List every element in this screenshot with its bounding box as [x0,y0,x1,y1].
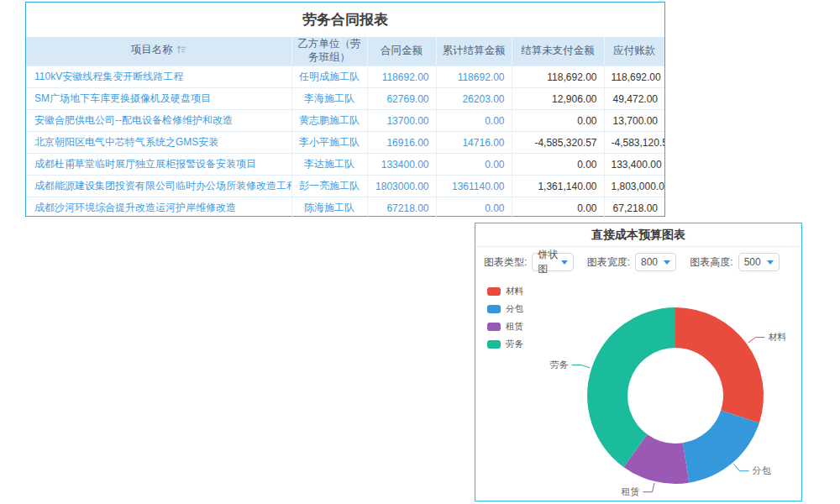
column-header-settled-amount: 累计结算金额 [436,37,512,66]
cell-team: 黄志鹏施工队 [291,110,367,132]
legend-swatch [487,287,501,296]
table-row[interactable]: 成都沙河环境综合提升改造运河护岸维修改造陈海施工队67218.000.000.0… [26,197,664,219]
chevron-down-icon [767,260,774,265]
cell-settled-amount: 0.00 [436,154,512,176]
cell-unpaid-amount: 0.00 [512,197,604,219]
legend-label: 租赁 [506,321,523,333]
chart-type-value: 饼状图 [538,248,560,276]
report-table-head: 项目名称 乙方单位（劳务班组） 合同金额 累计结算金额 结算未支付金额 应付账款 [26,37,664,66]
cell-payable: -4,583,120.57 [604,132,664,154]
cell-team: 彭一亮施工队 [291,176,367,197]
table-row[interactable]: SM广场地下车库更换摄像机及硬盘项目李海施工队62769.0026203.001… [26,88,664,110]
report-table-body: 110kV安徽线程集变开断线路工程任明成施工队118692.00118692.0… [26,66,664,219]
column-header-contract-amount: 合同金额 [367,37,436,66]
slice-label: 劳务 [550,360,569,370]
legend-swatch [487,323,501,331]
page: { "report": { "title": "劳务合同报表", "column… [0,0,840,504]
header-row: 项目名称 乙方单位（劳务班组） 合同金额 累计结算金额 结算未支付金额 应付账款 [26,37,664,66]
cell-contract-amount: 67218.00 [367,197,436,219]
legend-item-材料[interactable]: 材料 [487,286,523,297]
cell-payable: 67,218.00 [604,197,664,219]
legend-label: 分包 [506,303,523,315]
cell-payable: 118,692.00 [604,66,664,88]
chart-width-select[interactable]: 800 [635,253,676,271]
cell-project-name[interactable]: 110kV安徽线程集变开断线路工程 [26,66,291,88]
cell-unpaid-amount: 1,361,140.00 [512,176,604,197]
cell-settled-amount: 26203.00 [436,88,512,110]
chevron-down-icon [664,260,670,265]
chevron-down-icon [561,260,568,265]
label-leader-line [572,365,590,368]
chart-width-label: 图表宽度: [587,255,630,270]
table-row[interactable]: 成都能源建设集团投资有限公司临时办公场所装修改造工程EPC彭一亮施工队18030… [26,176,664,197]
cell-team: 李达施工队 [291,154,367,176]
table-row[interactable]: 北京朝阳区电气中芯特气系统之GMS安装李小平施工队16916.0014716.0… [26,132,664,154]
cell-contract-amount: 16916.00 [367,132,436,154]
chart-type-select[interactable]: 饼状图 [532,253,573,271]
chart-height-label: 图表高度: [690,255,732,270]
cell-settled-amount: 0.00 [436,110,512,132]
cell-unpaid-amount: -4,585,320.57 [512,132,604,154]
legend-swatch [487,340,501,349]
slice-label: 分包 [753,465,772,475]
cell-project-name[interactable]: 北京朝阳区电气中芯特气系统之GMS安装 [26,132,291,154]
column-header-unpaid-amount: 结算未支付金额 [512,37,604,66]
report-title: 劳务合同报表 [26,3,664,37]
column-header-payable: 应付账款 [604,37,664,66]
legend-item-分包[interactable]: 分包 [487,303,523,315]
cell-project-name[interactable]: 安徽合肥供电公司--配电设备检修维护和改造 [26,110,291,132]
cell-team: 任明成施工队 [291,66,367,88]
chart-area: 材料分包租赁劳务 材料分包租赁劳务 [475,277,801,501]
table-row[interactable]: 安徽合肥供电公司--配电设备检修维护和改造黄志鹏施工队13700.000.000… [26,110,664,132]
legend-item-租赁[interactable]: 租赁 [487,321,523,333]
cell-contract-amount: 1803000.00 [367,176,436,197]
cell-project-name[interactable]: SM广场地下车库更换摄像机及硬盘项目 [26,88,291,110]
legend-label: 材料 [506,286,523,297]
slice-label: 材料 [769,332,787,342]
chart-panel: 直接成本预算图表 图表类型: 饼状图 图表宽度: 800 图表高度: 500 材… [475,223,802,501]
chart-height-value: 500 [744,256,761,268]
cell-payable: 13,700.00 [604,110,664,132]
cell-project-name[interactable]: 成都沙河环境综合提升改造运河护岸维修改造 [26,197,291,219]
label-leader-line [748,338,765,344]
cell-settled-amount: 0.00 [436,197,512,219]
label-leader-line [734,464,749,470]
cell-contract-amount: 118692.00 [367,66,436,88]
cell-settled-amount: 118692.00 [436,66,512,88]
cell-contract-amount: 62769.00 [367,88,436,110]
table-row[interactable]: 成都杜甫草堂临时展厅独立展柜报警设备安装项目李达施工队133400.000.00… [26,154,664,176]
report-panel: 劳务合同报表 项目名称 乙方单位（劳务班组） 合同金额 累计结算金额 结算未支付… [25,2,665,217]
chart-legend: 材料分包租赁劳务 [487,286,523,356]
slice-label: 租赁 [622,486,640,496]
legend-label: 劳务 [506,339,523,350]
chart-height-select[interactable]: 500 [738,253,780,271]
sort-icon[interactable] [176,45,186,59]
donut-chart: 材料分包租赁劳务 [475,277,801,501]
chart-width-value: 800 [641,256,658,268]
cell-payable: 49,472.00 [604,88,664,110]
cell-project-name[interactable]: 成都能源建设集团投资有限公司临时办公场所装修改造工程EPC [26,176,291,197]
cell-contract-amount: 13700.00 [367,110,436,132]
cell-unpaid-amount: 0.00 [512,110,604,132]
cell-unpaid-amount: 12,906.00 [512,88,604,110]
cell-team: 李海施工队 [291,88,367,110]
cell-team: 李小平施工队 [291,132,367,154]
legend-item-劳务[interactable]: 劳务 [487,339,523,350]
chart-type-label: 图表类型: [484,255,527,270]
cell-project-name[interactable]: 成都杜甫草堂临时展厅独立展柜报警设备安装项目 [26,154,291,176]
column-header-project[interactable]: 项目名称 [26,37,291,66]
cell-payable: 133,400.00 [604,154,664,176]
chart-controls: 图表类型: 饼状图 图表宽度: 800 图表高度: 500 [475,247,801,277]
table-row[interactable]: 110kV安徽线程集变开断线路工程任明成施工队118692.00118692.0… [26,66,664,88]
column-header-project-label: 项目名称 [131,44,173,55]
legend-swatch [487,305,501,313]
cell-settled-amount: 1361140.00 [436,176,512,197]
chart-title: 直接成本预算图表 [475,223,801,247]
column-header-team: 乙方单位（劳务班组） [291,37,367,66]
cell-unpaid-amount: 118,692.00 [512,66,604,88]
pie-slice-材料[interactable] [675,307,764,423]
label-leader-line [643,483,655,492]
pie-slice-分包[interactable] [683,411,759,483]
cell-payable: 1,803,000.00 [604,176,664,197]
report-table: 项目名称 乙方单位（劳务班组） 合同金额 累计结算金额 结算未支付金额 应付账款… [26,37,664,218]
